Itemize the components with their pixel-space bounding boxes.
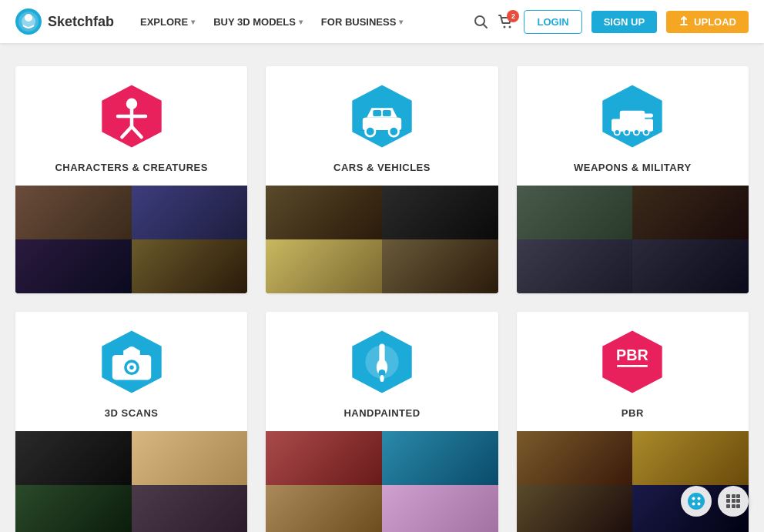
categories-grid: CHARACTERS & CREATURES [15, 66, 749, 532]
category-header-weapons: WEAPONS & MILITARY [517, 66, 749, 186]
category-title-pbr: PBR [622, 407, 644, 419]
list-item [632, 239, 749, 293]
list-item [632, 431, 749, 485]
svg-rect-55 [736, 494, 740, 498]
logo-icon [15, 8, 42, 35]
category-images-pbr [517, 431, 749, 532]
svg-point-18 [389, 127, 399, 137]
list-item [382, 239, 498, 293]
svg-point-17 [365, 127, 375, 137]
chevron-down-icon: ▾ [299, 18, 303, 26]
search-icon [473, 14, 488, 29]
category-title-handpainted: HANDPAINTED [343, 407, 420, 419]
list-item [266, 485, 382, 532]
category-images-cars [266, 186, 498, 293]
svg-rect-54 [732, 494, 736, 498]
svg-point-50 [698, 497, 701, 500]
svg-line-5 [484, 25, 488, 28]
list-item [632, 186, 749, 239]
category-card-cars[interactable]: CARS & VEHICLES [266, 66, 498, 293]
list-item [266, 239, 382, 293]
list-item [382, 431, 498, 485]
cart-badge: 2 [507, 10, 519, 22]
svg-point-6 [504, 26, 506, 28]
list-item [15, 239, 132, 293]
list-item [266, 186, 382, 239]
category-images-handpainted [266, 431, 498, 532]
navbar: Sketchfab EXPLORE ▾ BUY 3D MODELS ▾ FOR … [0, 0, 764, 43]
svg-rect-8 [680, 24, 688, 25]
logo[interactable]: Sketchfab [15, 8, 114, 35]
svg-rect-59 [726, 504, 730, 508]
grid-icon [726, 494, 740, 508]
svg-point-37 [129, 366, 133, 370]
category-title-characters: CHARACTERS & CREATURES [55, 162, 208, 173]
category-icon-pbr: PBR [598, 327, 667, 396]
svg-rect-20 [383, 110, 391, 116]
list-item [132, 431, 248, 485]
navbar-right: 2 LOGIN SIGN UP UPLOAD [473, 10, 749, 34]
nav-links: EXPLORE ▾ BUY 3D MODELS ▾ FOR BUSINESS ▾ [132, 10, 473, 34]
svg-rect-58 [736, 499, 740, 503]
category-icon-characters [97, 82, 166, 151]
list-item [517, 186, 633, 239]
nav-explore[interactable]: EXPLORE ▾ [132, 10, 203, 34]
svg-point-51 [692, 503, 695, 506]
category-card-characters[interactable]: CHARACTERS & CREATURES [15, 66, 247, 293]
category-header-handpainted: HANDPAINTED [266, 312, 498, 431]
svg-rect-24 [638, 113, 654, 117]
category-title-cars: CARS & VEHICLES [333, 162, 431, 173]
list-item [132, 239, 248, 293]
svg-point-31 [635, 130, 638, 134]
list-item [15, 431, 132, 485]
category-title-weapons: WEAPONS & MILITARY [574, 162, 692, 173]
svg-rect-61 [736, 504, 740, 508]
category-header-characters: CHARACTERS & CREATURES [15, 66, 247, 186]
cart-button[interactable]: 2 [498, 13, 514, 30]
list-item [517, 485, 633, 532]
svg-point-44 [380, 375, 384, 382]
signup-button[interactable]: SIGN UP [591, 11, 657, 33]
search-button[interactable] [473, 14, 488, 29]
login-button[interactable]: LOGIN [524, 10, 581, 34]
category-icon-3dscans [97, 327, 166, 396]
svg-point-32 [645, 130, 648, 134]
category-icon-cars [347, 82, 417, 151]
category-card-weapons[interactable]: WEAPONS & MILITARY [517, 66, 749, 293]
svg-point-30 [625, 130, 628, 134]
svg-rect-60 [732, 504, 736, 508]
svg-rect-53 [726, 494, 730, 498]
svg-rect-38 [143, 357, 149, 362]
apps-icon [688, 493, 705, 510]
category-header-3dscans: 3D SCANS [15, 312, 247, 431]
category-images-weapons [517, 186, 749, 293]
category-header-pbr: PBR PBR [517, 312, 749, 431]
nav-buy-models[interactable]: BUY 3D MODELS ▾ [206, 10, 310, 34]
svg-point-3 [25, 14, 32, 22]
list-item [382, 485, 498, 532]
list-item [132, 186, 248, 239]
list-item [517, 431, 633, 485]
svg-rect-19 [373, 110, 381, 116]
category-card-handpainted[interactable]: HANDPAINTED [266, 312, 498, 532]
category-card-3dscans[interactable]: 3D SCANS [15, 312, 247, 532]
apps-button[interactable] [681, 486, 712, 517]
nav-for-business[interactable]: FOR BUSINESS ▾ [313, 10, 411, 34]
list-item [132, 485, 248, 532]
svg-rect-56 [726, 499, 730, 503]
category-images-3dscans [15, 431, 247, 532]
svg-rect-57 [732, 499, 736, 503]
upload-button[interactable]: UPLOAD [666, 11, 749, 33]
chevron-down-icon: ▾ [399, 18, 403, 26]
list-item [517, 239, 633, 293]
list-item [15, 485, 132, 532]
category-icon-weapons [598, 82, 667, 151]
svg-point-7 [509, 26, 511, 28]
main-content: CHARACTERS & CREATURES [0, 43, 764, 532]
grid-toggle-button[interactable] [718, 486, 749, 517]
category-header-cars: CARS & VEHICLES [266, 66, 498, 186]
list-item [382, 186, 498, 239]
bottom-bar [681, 486, 749, 517]
logo-text: Sketchfab [48, 14, 114, 30]
svg-text:PBR: PBR [616, 346, 648, 363]
